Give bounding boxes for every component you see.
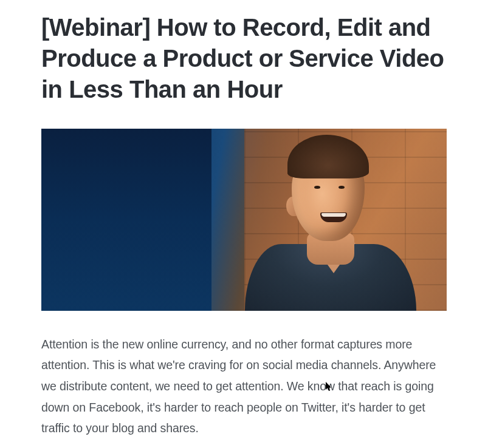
hero-image — [41, 129, 447, 311]
article-body-paragraph: Attention is the new online currency, an… — [41, 334, 447, 440]
hero-person — [228, 129, 416, 311]
article-title: [Webinar] How to Record, Edit and Produc… — [41, 12, 447, 106]
